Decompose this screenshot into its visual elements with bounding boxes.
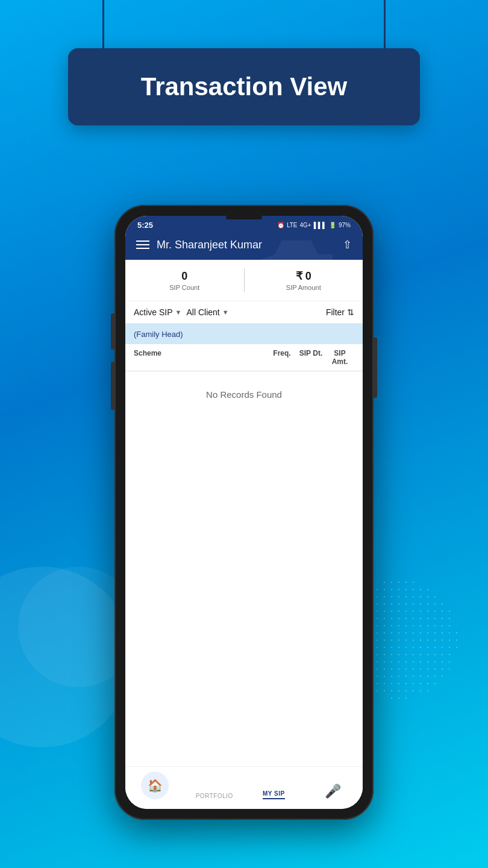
sip-type-arrow-icon: ▼: [175, 309, 182, 316]
sip-count-stat: 0 SIP Count: [125, 270, 244, 291]
sip-count-value: 0: [125, 270, 244, 283]
filter-row: Active SIP ▼ All Client ▼ Filter ⇅: [125, 301, 363, 324]
side-button-power: [374, 338, 377, 398]
battery-level: 97%: [339, 222, 351, 228]
signal-icon: 4G+: [300, 222, 311, 228]
sort-icon: ⇅: [347, 307, 354, 317]
sip-amount-value: ₹ 0: [245, 269, 363, 283]
nav-home[interactable]: 🏠: [125, 772, 185, 799]
client-dropdown[interactable]: All Client ▼: [186, 307, 228, 317]
hang-line-right: [384, 0, 386, 54]
th-sip-dt: SIP Dt.: [296, 349, 325, 366]
side-button-volume-down: [111, 362, 114, 410]
table-header: Scheme Freq. SIP Dt. SIP Amt.: [125, 344, 363, 371]
share-icon[interactable]: ⇧: [343, 238, 352, 251]
family-head-row: (Family Head): [125, 324, 363, 344]
th-scheme: Scheme: [134, 349, 267, 366]
app-header-title: Mr. Sharanjeet Kumar: [157, 239, 343, 251]
th-freq: Freq.: [267, 349, 296, 366]
stats-row: 0 SIP Count ₹ 0 SIP Amount: [125, 260, 363, 301]
my-sip-label: MY SIP: [263, 790, 285, 799]
phone-mockup: 5:25 ⏰ LTE 4G+ ▌▌▌ 🔋 97% Mr. Sharanjeet: [114, 205, 374, 820]
portfolio-label: PORTFOLIO: [196, 793, 233, 799]
table-body: No Records Found: [125, 371, 363, 766]
signal-bars: ▌▌▌: [314, 222, 327, 228]
nav-my-sip[interactable]: MY SIP: [244, 790, 304, 799]
nav-portfolio[interactable]: PORTFOLIO: [185, 793, 245, 799]
client-arrow-icon: ▼: [222, 309, 229, 316]
header-card: Transaction View: [68, 48, 420, 125]
no-records-text: No Records Found: [206, 389, 282, 400]
home-icon[interactable]: 🏠: [141, 772, 169, 799]
menu-line-1: [136, 241, 149, 242]
page-title: Transaction View: [98, 72, 390, 101]
phone-outer-shell: 5:25 ⏰ LTE 4G+ ▌▌▌ 🔋 97% Mr. Sharanjeet: [114, 205, 374, 820]
family-head-tag: (Family Head): [134, 330, 183, 339]
lte-icon: LTE: [287, 222, 298, 228]
menu-line-2: [136, 244, 149, 245]
filter-label: Filter: [326, 307, 345, 317]
th-sip-amt: SIP Amt.: [325, 349, 354, 366]
side-button-volume-up: [111, 313, 114, 350]
client-label: All Client: [186, 307, 219, 317]
hang-line-left: [102, 0, 104, 54]
app-header: Mr. Sharanjeet Kumar ⇧: [125, 232, 363, 260]
phone-screen: 5:25 ⏰ LTE 4G+ ▌▌▌ 🔋 97% Mr. Sharanjeet: [125, 216, 363, 809]
bottom-nav: 🏠 PORTFOLIO MY SIP 🎤: [125, 766, 363, 809]
sip-amount-label: SIP Amount: [245, 284, 363, 291]
sip-count-label: SIP Count: [125, 284, 244, 291]
status-icons: ⏰ LTE 4G+ ▌▌▌ 🔋 97%: [277, 222, 351, 228]
menu-button[interactable]: [136, 241, 149, 249]
sip-type-dropdown[interactable]: Active SIP ▼: [134, 307, 181, 317]
battery-icon: 🔋: [329, 222, 336, 228]
menu-line-3: [136, 248, 149, 249]
phone-notch: [226, 216, 262, 219]
status-time: 5:25: [137, 221, 153, 230]
sip-amount-stat: ₹ 0 SIP Amount: [245, 269, 363, 291]
alarm-icon: ⏰: [277, 222, 284, 228]
filter-button[interactable]: Filter ⇅: [326, 307, 354, 317]
nav-mic[interactable]: 🎤: [304, 784, 363, 799]
sip-type-label: Active SIP: [134, 307, 173, 317]
mic-icon[interactable]: 🎤: [325, 784, 341, 799]
